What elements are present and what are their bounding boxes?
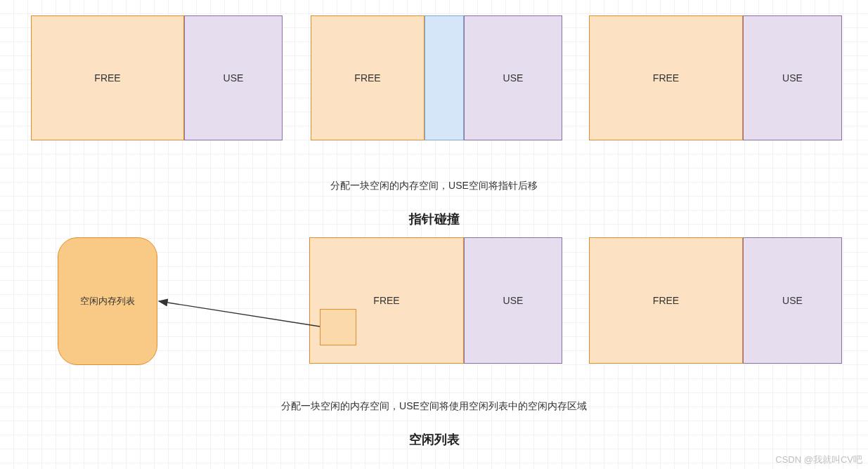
row1-diagram2-use: USE [464,15,562,140]
free-label: FREE [94,72,120,84]
free-list-label: 空闲内存列表 [80,295,135,308]
row2-diagram3-use: USE [743,237,842,364]
row1-diagram2-alloc-slice [425,15,464,140]
free-label: FREE [653,295,679,306]
free-label: FREE [653,72,679,84]
free-label: FREE [373,295,399,306]
row2-diagram3-free: FREE [589,237,743,364]
watermark: CSDN @我就叫CV吧 [775,454,862,466]
row2-diagram2-use: USE [464,237,562,364]
row1-heading: 指针碰撞 [0,211,868,227]
row1-diagram1-free: FREE [31,15,184,140]
use-label: USE [224,72,244,84]
row1-diagram3-use: USE [743,15,842,140]
free-list-node: 空闲内存列表 [58,237,157,365]
row2-heading: 空闲列表 [0,431,868,448]
free-label: FREE [354,72,380,84]
row2-caption: 分配一块空闲的内存空间，USE空间将使用空闲列表中的空闲内存区域 [0,400,868,413]
use-label: USE [503,72,524,84]
row2-diagram2-alloc-block [320,309,356,345]
use-label: USE [782,72,803,84]
row1-diagram2-free: FREE [311,15,425,140]
row1-diagram1-use: USE [184,15,283,140]
row1-diagram3-free: FREE [589,15,743,140]
use-label: USE [503,295,524,306]
use-label: USE [782,295,803,306]
row1-caption: 分配一块空闲的内存空间，USE空间将指针后移 [0,180,868,192]
